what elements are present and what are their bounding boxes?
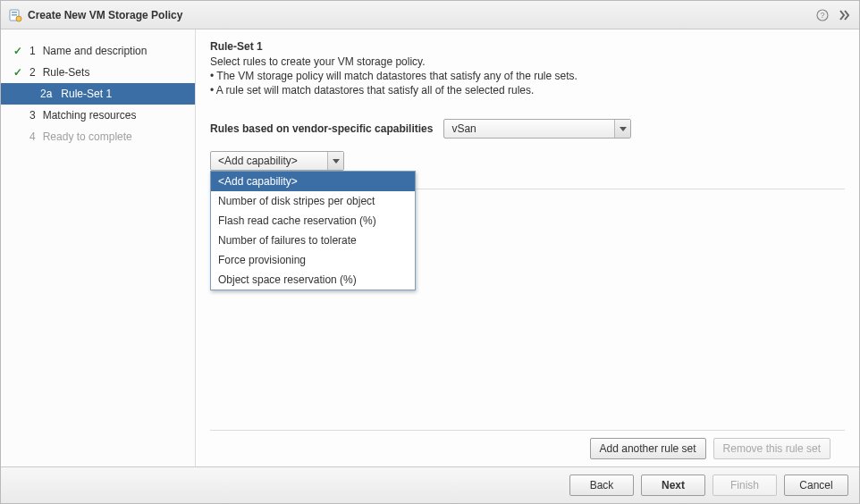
step-label: Rule-Sets <box>43 66 90 79</box>
content-desc-3: • A rule set will match datastores that … <box>210 83 845 97</box>
next-button[interactable]: Next <box>641 475 705 496</box>
back-button[interactable]: Back <box>569 475 634 496</box>
finish-button: Finish <box>712 475 777 496</box>
step-label: Matching resources <box>43 109 137 122</box>
capability-select[interactable]: <Add capability> <box>210 151 344 171</box>
capability-option[interactable]: Object space reservation (%) <box>211 270 415 290</box>
vendor-select[interactable]: vSan <box>443 119 631 139</box>
vendor-row: Rules based on vendor-specific capabilit… <box>210 119 845 139</box>
help-icon[interactable]: ? <box>814 7 830 23</box>
step-rule-sets[interactable]: ✓ 2 Rule-Sets <box>1 62 195 83</box>
content-heading: Rule-Set 1 <box>210 40 845 53</box>
content-desc-2: • The VM storage policy will match datas… <box>210 69 845 83</box>
capability-select-value: <Add capability> <box>211 152 327 170</box>
capability-option[interactable]: Force provisioning <box>211 250 415 270</box>
svg-rect-1 <box>12 12 17 13</box>
wizard-sidebar: ✓ 1 Name and description ✓ 2 Rule-Sets 2… <box>1 29 196 466</box>
step-matching-resources[interactable]: 3 Matching resources <box>1 105 195 126</box>
content-desc-1: Select rules to create your VM storage p… <box>210 55 845 69</box>
capability-option[interactable]: <Add capability> <box>211 172 415 191</box>
wizard-content: Rule-Set 1 Select rules to create your V… <box>196 29 859 466</box>
cancel-button[interactable]: Cancel <box>784 475 848 496</box>
storage-policy-icon <box>8 8 22 22</box>
capability-option[interactable]: Flash read cache reservation (%) <box>211 211 415 231</box>
check-icon: ✓ <box>12 66 24 79</box>
dialog-title: Create New VM Storage Policy <box>28 9 809 21</box>
vendor-label: Rules based on vendor-specific capabilit… <box>210 122 433 135</box>
svg-point-3 <box>16 16 21 21</box>
step-ready-to-complete: 4 Ready to complete <box>1 126 195 147</box>
titlebar: Create New VM Storage Policy ? <box>1 1 859 29</box>
capability-dropdown: <Add capability> Number of disk stripes … <box>210 171 416 290</box>
svg-text:?: ? <box>820 11 824 20</box>
capability-option[interactable]: Number of failures to tolerate <box>211 231 415 250</box>
dialog-footer: Back Next Finish Cancel <box>1 466 859 503</box>
remove-rule-set-button: Remove this rule set <box>713 438 830 459</box>
check-icon: ✓ <box>12 45 24 57</box>
step-label: Rule-Set 1 <box>61 88 112 100</box>
capability-option[interactable]: Number of disk stripes per object <box>211 191 415 211</box>
popout-icon[interactable] <box>836 7 852 23</box>
step-label: Ready to complete <box>43 130 132 143</box>
svg-rect-2 <box>12 14 17 16</box>
add-rule-set-button[interactable]: Add another rule set <box>590 438 706 459</box>
dialog-body: ✓ 1 Name and description ✓ 2 Rule-Sets 2… <box>1 29 859 466</box>
step-label: Name and description <box>43 45 148 57</box>
step-name-description[interactable]: ✓ 1 Name and description <box>1 40 195 62</box>
vendor-select-value: vSan <box>444 120 614 138</box>
step-rule-set-1[interactable]: 2a Rule-Set 1 <box>1 83 195 105</box>
dialog-create-vm-storage-policy: Create New VM Storage Policy ? ✓ 1 Name … <box>0 0 860 504</box>
chevron-down-icon <box>327 152 343 170</box>
chevron-down-icon <box>614 120 630 138</box>
rule-set-footer: Add another rule set Remove this rule se… <box>210 430 845 466</box>
